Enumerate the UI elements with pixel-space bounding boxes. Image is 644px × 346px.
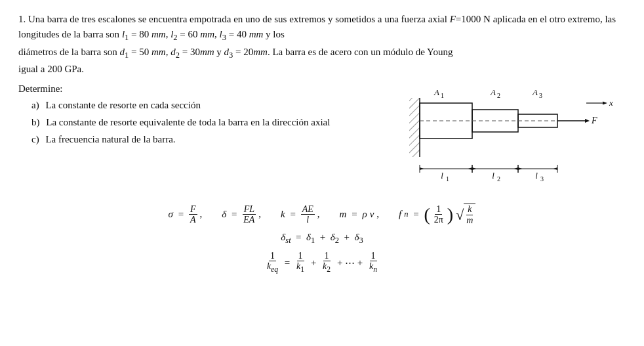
eq2: =: [229, 209, 239, 220]
sqrt-symbol: √: [456, 208, 464, 223]
svg-text:F: F: [591, 116, 597, 125]
comma3: ,: [317, 209, 320, 220]
content-area: Determine: a) La constante de resorte en…: [18, 83, 626, 193]
sigma-symbol: σ: [169, 209, 173, 220]
delta-symbol: δ: [222, 209, 226, 220]
one-over-kn: 1 kn: [368, 251, 378, 274]
one-over-keq: 1 keq: [266, 251, 279, 274]
fl-over-ea: FL EA: [242, 204, 256, 225]
problem-statement: 1. Una barra de tres escalones se encuen…: [18, 12, 626, 77]
one-k1-num: 1: [297, 251, 304, 261]
item-a-letter: a): [31, 100, 39, 110]
sub3: 3: [359, 236, 363, 245]
problem-text-line2: diámetros de la barra son d1 = 50 mm, d2…: [18, 47, 453, 57]
svg-text:A: A: [433, 87, 439, 97]
k-formula: k = AE l ,: [281, 204, 321, 225]
st-sub: st: [285, 236, 291, 245]
delta2: δ: [331, 232, 335, 242]
determine-label: Determine:: [18, 83, 403, 95]
open-paren: (: [424, 205, 430, 224]
one-over-k2: 1 k2: [321, 251, 332, 274]
close-paren: ): [447, 205, 453, 224]
svg-marker-22: [420, 167, 424, 170]
ea-denominator: EA: [242, 215, 256, 225]
m-formula: m = ρ v ,: [340, 209, 380, 220]
m-den: m: [465, 215, 474, 225]
fl-numerator: FL: [243, 204, 256, 215]
plus-k1: +: [308, 257, 319, 269]
svg-marker-37: [553, 167, 557, 170]
one-kn-num: 1: [370, 251, 377, 261]
formulas-section: σ = F A , δ = FL EA , k: [18, 204, 626, 274]
right-column: F x A 1 A 2 A 3 l 1: [403, 78, 626, 193]
svg-text:2: 2: [497, 92, 500, 99]
item-a-text: La constante de resorte en cada sección: [45, 100, 201, 110]
eq4: =: [349, 209, 359, 220]
one-k2-num: 1: [323, 251, 331, 261]
svg-rect-1: [409, 98, 420, 157]
k-num: k: [466, 204, 473, 215]
eq5: =: [411, 209, 421, 220]
plus2: +: [342, 232, 352, 242]
problem-text-line1: 1. Una barra de tres escalones se encuen…: [18, 14, 616, 39]
item-b-text: La constante de resorte equivalente de t…: [46, 117, 330, 127]
page-content: 1. Una barra de tres escalones se encuen…: [18, 12, 626, 274]
keq-formula-row: 1 keq = 1 k1 + 1 k2 + ⋯ + 1: [18, 251, 626, 274]
plus-k2: + ⋯ +: [334, 257, 365, 269]
keq-formula: 1 keq = 1 k1 + 1 k2 + ⋯ + 1: [266, 251, 378, 274]
eq3: =: [288, 209, 298, 220]
svg-marker-29: [472, 167, 476, 170]
item-b-letter: b): [31, 117, 40, 127]
m-symbol: m: [340, 209, 347, 220]
comma4: ,: [376, 209, 379, 220]
fn-symbol: f: [399, 209, 401, 220]
l-denominator: l: [305, 215, 310, 225]
item-c-letter: c): [31, 134, 39, 144]
f-numerator: F: [189, 204, 197, 215]
one-numerator: 1: [435, 204, 442, 215]
svg-text:3: 3: [539, 92, 542, 99]
k-over-m: k m: [465, 204, 474, 225]
list-item-c: c) La frecuencia natural de la barra.: [31, 133, 403, 147]
rho-symbol: ρ: [362, 209, 367, 220]
twopi-denominator: 2π: [433, 215, 445, 225]
k2-den: k2: [321, 261, 332, 274]
ae-numerator: AE: [301, 204, 315, 215]
keq-den: keq: [266, 261, 279, 274]
svg-text:l: l: [441, 171, 443, 181]
delta-sum-formula: δst = δ1 + δ2 + δ3: [18, 232, 626, 246]
eq-delta: =: [293, 232, 304, 242]
sub-items-list: a) La constante de resorte en cada secci…: [18, 98, 403, 146]
a-denominator: A: [189, 215, 197, 225]
one-keq-num: 1: [269, 251, 276, 261]
sub2: 2: [335, 236, 339, 245]
list-item-b: b) La constante de resorte equivalente d…: [31, 116, 403, 130]
plus1: +: [317, 232, 328, 242]
kn-den: kn: [368, 261, 378, 274]
problem-text-line3: igual a 200 GPa.: [18, 64, 84, 74]
svg-marker-36: [518, 167, 522, 170]
sqrt-inner-content: k m: [464, 204, 475, 225]
sigma-formula: σ = F A ,: [169, 204, 204, 225]
k1-den: k1: [295, 261, 306, 274]
svg-text:l: l: [535, 171, 538, 181]
item-c-text: La frecuencia natural de la barra.: [45, 134, 175, 144]
formula-row-1: σ = F A , δ = FL EA , k: [18, 204, 626, 225]
svg-text:2: 2: [497, 175, 500, 183]
svg-text:A: A: [490, 87, 496, 97]
ae-over-l: AE l: [301, 204, 315, 225]
svg-marker-30: [514, 167, 518, 170]
svg-text:A: A: [532, 87, 538, 97]
list-item-a: a) La constante de resorte en cada secci…: [31, 98, 403, 113]
f-over-a: F A: [189, 204, 197, 225]
left-column: Determine: a) La constante de resorte en…: [18, 83, 403, 193]
svg-marker-23: [468, 167, 472, 170]
svg-text:1: 1: [446, 175, 449, 183]
eq-keq: =: [282, 257, 292, 269]
svg-text:1: 1: [441, 92, 444, 99]
comma2: ,: [258, 209, 261, 220]
fn-formula: fn = ( 1 2π ) √ k m: [399, 204, 475, 225]
svg-marker-8: [585, 119, 590, 123]
eq1: =: [176, 209, 186, 220]
fn-subscript: n: [404, 209, 408, 219]
